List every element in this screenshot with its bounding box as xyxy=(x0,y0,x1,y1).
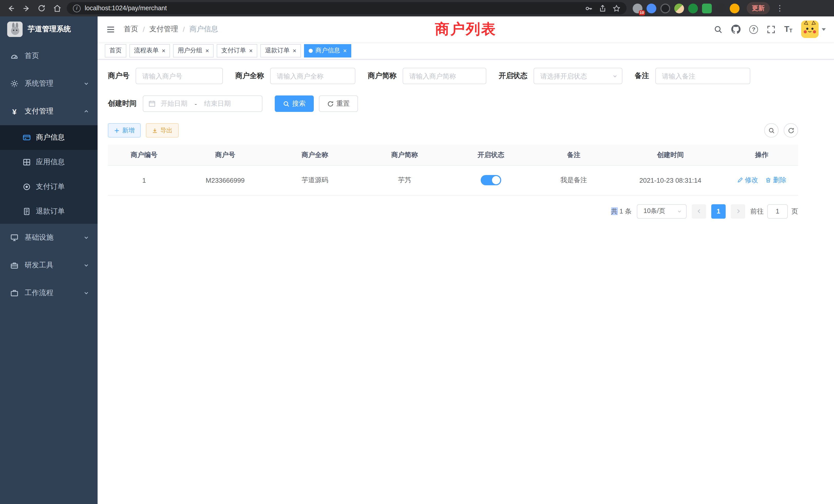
breadcrumb-home[interactable]: 首页 xyxy=(124,25,138,34)
export-button[interactable]: 导出 xyxy=(146,123,179,138)
sidebar-item-refund-order[interactable]: 退款订单 xyxy=(0,199,97,224)
status-select-input[interactable] xyxy=(533,68,622,84)
total-rest: 1 条 xyxy=(617,207,632,215)
export-button-label: 导出 xyxy=(160,126,173,135)
bookmark-star-icon[interactable] xyxy=(613,4,620,12)
hamburger-icon[interactable] xyxy=(106,24,115,34)
user-menu[interactable] xyxy=(801,21,826,38)
col-header: 备注 xyxy=(532,145,615,165)
delete-link[interactable]: 删除 xyxy=(765,176,787,185)
toolbox-icon xyxy=(10,261,19,270)
cell-actions: 修改 删除 xyxy=(726,165,798,195)
date-start-placeholder[interactable]: 开始日期 xyxy=(161,99,188,108)
cell-status xyxy=(449,165,532,195)
tab-home[interactable]: 首页 xyxy=(105,44,126,57)
cell-short-name: 芋艿 xyxy=(360,165,449,195)
sidebar-item-workflow[interactable]: 工作流程 xyxy=(0,279,97,307)
reset-button[interactable]: 重置 xyxy=(319,95,358,112)
reload-icon[interactable] xyxy=(36,3,47,14)
sidebar-item-home[interactable]: 首页 xyxy=(0,42,97,70)
add-button[interactable]: 新增 xyxy=(108,123,141,138)
extension-icon-green-square[interactable] xyxy=(702,3,712,13)
breadcrumb-separator: / xyxy=(183,25,185,33)
field-label: 备注 xyxy=(635,71,649,81)
page-size-value[interactable] xyxy=(637,204,687,219)
sidebar-item-infrastructure[interactable]: 基础设施 xyxy=(0,224,97,251)
back-icon[interactable] xyxy=(5,3,17,14)
font-size-icon[interactable]: TT xyxy=(784,25,792,33)
extension-icon-dark-circle[interactable] xyxy=(660,3,670,13)
page-content: 商户号 商户全称 商户简称 开启状态 xyxy=(97,60,834,504)
table-header-row: 商户编号 商户号 商户全称 商户简称 开启状态 备注 创建时间 操作 xyxy=(108,145,798,165)
sidebar-item-system[interactable]: 系统管理 xyxy=(0,70,97,97)
sidebar-item-merchant-info[interactable]: 商户信息 xyxy=(0,125,97,150)
extension-icon-smiley[interactable] xyxy=(730,3,740,13)
date-range-picker[interactable]: 开始日期 - 结束日期 xyxy=(143,95,262,112)
sidebar-item-payment[interactable]: ¥ 支付管理 xyxy=(0,97,97,125)
tab-pay-order[interactable]: 支付订单× xyxy=(217,44,257,57)
share-icon[interactable] xyxy=(599,4,607,12)
extension-icon-blue-gem[interactable] xyxy=(646,3,656,13)
sidebar-item-app-info[interactable]: 应用信息 xyxy=(0,150,97,175)
extensions-puzzle-icon[interactable]: 10 xyxy=(633,3,642,13)
edit-link[interactable]: 修改 xyxy=(737,176,758,185)
page-size-select[interactable] xyxy=(637,204,687,219)
user-avatar xyxy=(801,21,818,38)
tab-user-group[interactable]: 用户分组× xyxy=(173,44,214,57)
site-info-icon[interactable]: i xyxy=(73,4,81,12)
home-icon[interactable] xyxy=(51,3,63,14)
status-select[interactable] xyxy=(533,68,622,84)
tab-merchant-info[interactable]: 商户信息× xyxy=(304,44,351,57)
next-page-button[interactable] xyxy=(731,204,745,219)
remark-input[interactable] xyxy=(655,68,750,84)
monitor-icon xyxy=(10,233,19,242)
sidebar-item-pay-order[interactable]: 支付订单 xyxy=(0,175,97,199)
dashboard-icon xyxy=(10,52,19,60)
address-bar[interactable]: i localhost:1024/pay/merchant xyxy=(67,2,627,14)
extension-icon-avatar[interactable] xyxy=(674,3,684,13)
prev-page-button[interactable] xyxy=(692,204,706,219)
search-button[interactable]: 搜索 xyxy=(275,95,314,112)
tab-process-form[interactable]: 流程表单× xyxy=(129,44,170,57)
close-icon[interactable]: × xyxy=(293,47,296,54)
page-number-button[interactable]: 1 xyxy=(711,204,726,219)
short-name-input[interactable] xyxy=(403,68,486,84)
font-size-small-glyph: T xyxy=(789,28,792,33)
tab-refund-order[interactable]: 退款订单× xyxy=(260,44,301,57)
download-icon xyxy=(152,128,158,133)
show-search-icon[interactable] xyxy=(764,123,778,138)
sidebar-logo[interactable]: 芋道管理系统 xyxy=(0,17,97,42)
extension-icon-dark-pin[interactable] xyxy=(716,3,726,13)
cell-merchant-no: M233666999 xyxy=(180,165,270,195)
full-name-input[interactable] xyxy=(270,68,355,84)
date-end-placeholder[interactable]: 结束日期 xyxy=(204,99,231,108)
active-tab-dot xyxy=(309,48,313,53)
close-icon[interactable]: × xyxy=(249,47,253,54)
status-toggle[interactable] xyxy=(481,175,501,185)
password-key-icon[interactable] xyxy=(585,4,593,12)
url-text[interactable]: localhost:1024/pay/merchant xyxy=(85,5,167,12)
browser-menu-icon[interactable]: ⋮ xyxy=(774,4,786,13)
close-icon[interactable]: × xyxy=(343,47,347,54)
help-icon[interactable]: ? xyxy=(749,25,758,33)
merchant-no-input[interactable] xyxy=(136,68,223,84)
refresh-table-icon[interactable] xyxy=(784,123,798,138)
forward-icon[interactable] xyxy=(21,3,32,14)
sidebar-item-label: 研发工具 xyxy=(25,261,53,270)
tab-label: 商户信息 xyxy=(315,46,340,55)
github-icon[interactable] xyxy=(731,25,741,34)
close-icon[interactable]: × xyxy=(162,47,166,54)
cell-remark: 我是备注 xyxy=(532,165,615,195)
close-icon[interactable]: × xyxy=(205,47,209,54)
breadcrumb-payment[interactable]: 支付管理 xyxy=(150,25,178,34)
sidebar-item-label: 系统管理 xyxy=(25,79,53,88)
search-icon[interactable] xyxy=(714,25,723,33)
extension-icon-green-circle[interactable] xyxy=(688,3,698,13)
sidebar-item-dev-tools[interactable]: 研发工具 xyxy=(0,251,97,279)
chevron-down-icon xyxy=(83,262,89,269)
col-header: 商户号 xyxy=(180,145,270,165)
fullscreen-icon[interactable] xyxy=(767,25,775,33)
table-row: 1 M233666999 芋道源码 芋艿 我是备注 2021-10-23 08:… xyxy=(108,165,798,195)
browser-update-button[interactable]: 更新 xyxy=(747,2,770,14)
goto-page-input[interactable] xyxy=(767,204,788,219)
